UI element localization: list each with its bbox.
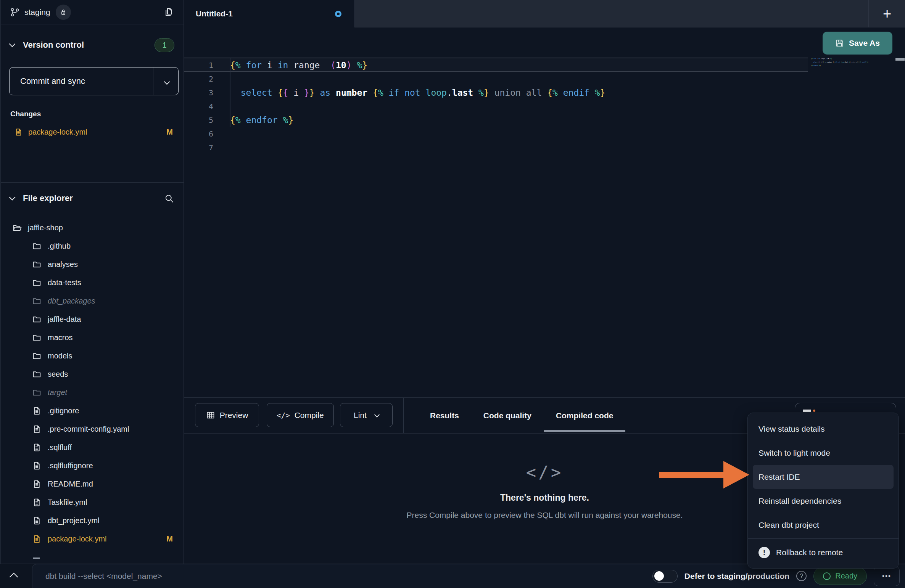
tree-item[interactable]: analyses xyxy=(1,255,184,273)
code-line[interactable]: 1{% for i in range (10) %} xyxy=(184,58,863,72)
menu-item-rollback-to-remote[interactable]: !Rollback to remote xyxy=(748,540,899,564)
menu-item-reinstall-dependencies[interactable]: Reinstall dependencies xyxy=(748,489,899,513)
panel-tab-code-quality[interactable]: Code quality xyxy=(482,398,533,433)
compile-button[interactable]: </> Compile xyxy=(267,403,334,427)
status-badge: Ready xyxy=(813,567,867,585)
panel-tab-compiled-code[interactable]: Compiled code xyxy=(554,398,615,433)
tree-item[interactable]: jaffle-data xyxy=(1,310,184,328)
file-explorer-header[interactable]: File explorer xyxy=(1,190,184,207)
tree-item[interactable]: macros xyxy=(1,328,184,347)
preview-button[interactable]: Preview xyxy=(195,403,259,427)
changed-file-name: package-lock.yml xyxy=(28,128,87,137)
tree-item[interactable]: .github xyxy=(1,237,184,255)
tree-item-label: Taskfile.yml xyxy=(48,498,87,507)
tree-item-label: analyses xyxy=(48,260,78,269)
chevron-down-icon[interactable] xyxy=(374,412,380,417)
code-lines[interactable]: 1{% for i in range (10) %}23 select {{ i… xyxy=(184,58,863,154)
tree-item[interactable]: data-tests xyxy=(1,273,184,292)
tree-item[interactable]: .sqlfluffignore xyxy=(1,456,184,475)
tree-item[interactable]: .pre-commit-config.yaml xyxy=(1,420,184,438)
clipped-row-fragment xyxy=(33,557,40,559)
tree-item[interactable]: .sqlfluff xyxy=(1,438,184,456)
file-icon xyxy=(32,516,42,525)
compile-label: Compile xyxy=(295,411,324,420)
file-icon xyxy=(32,406,42,416)
commit-and-sync-button[interactable]: Commit and sync xyxy=(9,67,179,95)
tree-item[interactable]: package-lock.ymlM xyxy=(1,530,184,548)
tree-item-label: target xyxy=(48,388,67,397)
git-branch-icon xyxy=(10,7,20,17)
line-number: 6 xyxy=(184,129,213,138)
changed-file-row[interactable]: package-lock.yml M xyxy=(1,124,184,140)
menu-item-restart-ide[interactable]: Restart IDE xyxy=(753,465,894,489)
status-label: Ready xyxy=(835,572,857,580)
code-line[interactable]: 7 xyxy=(184,141,863,154)
branch-name: staging xyxy=(24,8,50,17)
tree-item[interactable]: README.md xyxy=(1,475,184,493)
tree-item[interactable]: .gitignore xyxy=(1,402,184,420)
minimap[interactable]: {% for i in range (10) %} select {{ i }}… xyxy=(811,58,868,70)
new-tab-button[interactable]: + xyxy=(876,0,899,27)
lock-icon xyxy=(59,8,68,16)
sidebar: staging Version control 1 Commit and syn… xyxy=(0,0,184,564)
copy-icon[interactable] xyxy=(163,6,174,18)
tree-item[interactable]: models xyxy=(1,347,184,365)
menu-item-label: Clean dbt project xyxy=(758,521,819,530)
save-as-button[interactable]: Save As xyxy=(823,32,892,55)
code-text: {% for i in range (10) %} xyxy=(213,60,367,70)
code-editor[interactable]: 1{% for i in range (10) %}23 select {{ i… xyxy=(184,57,905,397)
save-icon xyxy=(835,39,844,48)
tree-item-label: .sqlfluff xyxy=(48,443,72,452)
menu-item-view-status-details[interactable]: View status details xyxy=(748,417,899,441)
file-icon xyxy=(32,534,42,544)
code-line[interactable]: 5{% endfor %} xyxy=(184,113,863,127)
overview-ruler-marker[interactable] xyxy=(895,58,905,61)
menu-item-label: View status details xyxy=(758,424,825,434)
search-icon[interactable] xyxy=(164,193,174,204)
status-button-icon-fragment xyxy=(803,410,811,412)
menu-item-clean-dbt-project[interactable]: Clean dbt project xyxy=(748,513,899,537)
folder-icon xyxy=(32,351,42,361)
panel-tab-results[interactable]: Results xyxy=(428,398,461,433)
line-number: 1 xyxy=(184,61,213,70)
tree-item-label: .github xyxy=(48,242,71,251)
save-as-label: Save As xyxy=(849,39,880,48)
tree-item[interactable]: jaffle-shop xyxy=(1,218,184,237)
line-number: 4 xyxy=(184,102,213,111)
more-options-button[interactable]: ••• xyxy=(874,566,900,586)
tree-item[interactable]: dbt_project.yml xyxy=(1,511,184,530)
tree-item[interactable]: seeds xyxy=(1,365,184,383)
menu-item-label: Restart IDE xyxy=(758,472,800,482)
menu-item-switch-to-light-mode[interactable]: Switch to light mode xyxy=(748,441,899,465)
tab-untitled-1[interactable]: Untitled-1 xyxy=(184,0,355,27)
code-line[interactable]: 2 xyxy=(184,72,863,86)
button-divider xyxy=(153,67,153,95)
tree-item[interactable]: dbt_packages xyxy=(1,292,184,310)
folder-icon xyxy=(32,315,42,324)
annotation-arrow xyxy=(659,472,725,478)
tree-item-label: data-tests xyxy=(48,278,81,287)
folder-open-icon xyxy=(12,223,22,233)
lint-button[interactable]: Lint xyxy=(340,403,393,427)
chevron-up-icon[interactable] xyxy=(10,573,18,582)
file-icon xyxy=(32,461,42,471)
folder-icon xyxy=(32,388,42,397)
tree-item[interactable]: target xyxy=(1,383,184,402)
chevron-down-icon[interactable] xyxy=(164,79,170,85)
code-line[interactable]: 3 select {{ i }} as number {% if not loo… xyxy=(184,86,863,100)
folder-icon xyxy=(32,278,42,288)
tree-item[interactable]: Taskfile.yml xyxy=(1,493,184,511)
annotation-arrow-head xyxy=(723,461,749,488)
modified-badge: M xyxy=(166,128,173,137)
line-number: 2 xyxy=(184,74,213,84)
tree-item-label: dbt_project.yml xyxy=(48,516,100,525)
defer-toggle[interactable] xyxy=(652,570,678,583)
version-control-header[interactable]: Version control 1 xyxy=(1,37,184,53)
code-line[interactable]: 6 xyxy=(184,127,863,141)
modified-badge: M xyxy=(166,535,173,543)
help-icon[interactable]: ? xyxy=(796,571,807,581)
code-line[interactable]: 4 xyxy=(184,100,863,113)
menu-item-label: Reinstall dependencies xyxy=(758,496,841,506)
menu-divider xyxy=(748,538,899,539)
file-explorer-title: File explorer xyxy=(23,193,73,203)
